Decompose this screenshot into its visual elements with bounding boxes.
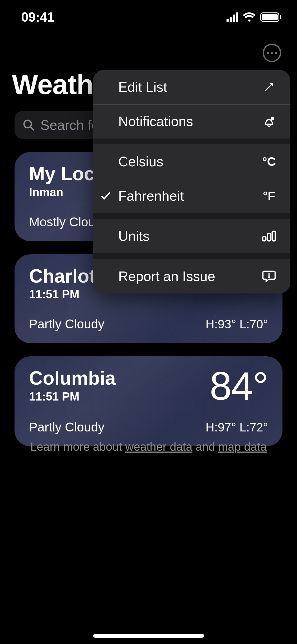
menu-item-fahrenheit[interactable]: Fahrenheit °F bbox=[93, 179, 290, 213]
menu-item-units[interactable]: Units bbox=[93, 219, 290, 253]
menu-item-notifications[interactable]: Notifications bbox=[93, 104, 290, 139]
footer-middle: and bbox=[192, 440, 218, 453]
cellular-icon bbox=[227, 12, 238, 22]
menu-label: Report an Issue bbox=[118, 268, 260, 284]
menu-label: Edit List bbox=[118, 79, 260, 95]
footer-text: Learn more about weather data and map da… bbox=[0, 440, 297, 453]
more-button[interactable] bbox=[263, 44, 281, 62]
card-high-low: H:93° L:70° bbox=[206, 317, 268, 331]
menu-label: Celsius bbox=[118, 154, 260, 169]
svg-point-3 bbox=[271, 117, 274, 120]
svg-rect-4 bbox=[263, 237, 266, 241]
menu-item-report-issue[interactable]: Report an Issue bbox=[93, 259, 290, 293]
pencil-icon bbox=[260, 81, 278, 93]
svg-line-1 bbox=[31, 127, 34, 130]
svg-rect-5 bbox=[267, 233, 271, 241]
menu-label: Units bbox=[118, 228, 260, 244]
report-icon bbox=[260, 270, 278, 283]
status-icons bbox=[227, 12, 281, 22]
menu-item-celsius[interactable]: Celsius °C bbox=[93, 144, 290, 179]
svg-rect-6 bbox=[272, 231, 275, 241]
checkmark-icon bbox=[93, 190, 118, 202]
bars-icon bbox=[260, 230, 278, 242]
card-condition: Partly Cloudy bbox=[29, 420, 104, 434]
celsius-symbol: °C bbox=[260, 154, 278, 169]
battery-icon bbox=[260, 12, 281, 22]
menu-label: Notifications bbox=[118, 113, 260, 129]
bell-icon bbox=[260, 114, 278, 128]
fahrenheit-symbol: °F bbox=[260, 189, 278, 203]
card-condition: Partly Cloudy bbox=[29, 317, 104, 331]
footer-prefix: Learn more about bbox=[30, 440, 125, 453]
card-temp: 84° bbox=[210, 368, 268, 404]
search-icon bbox=[22, 119, 35, 131]
card-high-low: H:97° L:72° bbox=[206, 420, 268, 434]
menu-label: Fahrenheit bbox=[118, 188, 260, 204]
menu-item-edit-list[interactable]: Edit List bbox=[93, 70, 290, 104]
wifi-icon bbox=[243, 12, 256, 22]
card-title: Columbia bbox=[29, 368, 116, 388]
location-card[interactable]: Columbia 11:51 PM 84° Partly Cloudy H:97… bbox=[15, 356, 282, 446]
home-indicator[interactable] bbox=[93, 634, 204, 638]
svg-line-2 bbox=[265, 83, 273, 91]
map-data-link[interactable]: map data bbox=[218, 440, 267, 453]
weather-data-link[interactable]: weather data bbox=[125, 440, 192, 453]
options-menu: Edit List Notifications Cels bbox=[93, 70, 290, 293]
status-bar: 09:41 bbox=[0, 0, 297, 34]
status-time: 09:41 bbox=[21, 10, 54, 25]
svg-point-8 bbox=[269, 277, 269, 277]
card-subtitle: 11:51 PM bbox=[29, 390, 116, 403]
